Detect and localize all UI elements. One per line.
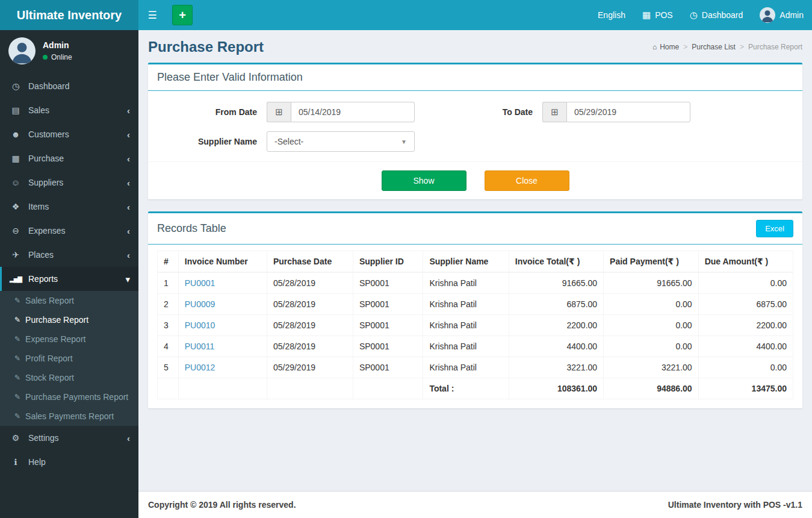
topbar: Ultimate Inventory ☰ + English ▦ POS ◷ D… (0, 0, 812, 30)
to-date-input[interactable] (566, 102, 690, 122)
sidebar-toggle-button[interactable]: ☰ (138, 0, 166, 30)
table-row: 4 PU0011 05/28/2019 SP0001 Krishna Patil… (158, 336, 793, 357)
breadcrumb-purchase-list-link[interactable]: Purchase List (692, 43, 736, 51)
cell-index: 3 (158, 315, 179, 336)
edit-icon: ✎ (14, 412, 20, 420)
menu-label: Settings (28, 433, 59, 443)
language-menu[interactable]: English (589, 0, 634, 30)
paper-plane-icon: ✈ (9, 250, 22, 260)
sidebar-item-places[interactable]: ✈ Places ‹ (0, 243, 138, 267)
user-label: Admin (779, 10, 804, 20)
sidebar-item-items[interactable]: ❖ Items ‹ (0, 195, 138, 219)
sidebar-item-suppliers[interactable]: ☺ Suppliers ‹ (0, 170, 138, 195)
breadcrumb-home-link[interactable]: ⌂ Home (652, 43, 679, 51)
sidebar-item-sales-report[interactable]: ✎ Sales Report (0, 291, 138, 310)
sidebar-item-expense-report[interactable]: ✎ Expense Report (0, 329, 138, 349)
cell-purchase-date: 05/29/2019 (267, 357, 353, 378)
submenu-label: Purchase Report (25, 315, 88, 325)
excel-export-button[interactable]: Excel (756, 220, 793, 237)
records-card-title: Records Table (157, 222, 226, 235)
sidebar-item-dashboard[interactable]: ◷ Dashboard (0, 74, 138, 98)
sidebar-item-profit-report[interactable]: ✎ Profit Report (0, 349, 138, 368)
cell-empty (158, 378, 179, 399)
sidebar-item-stock-report[interactable]: ✎ Stock Report (0, 368, 138, 387)
menu-label: Dashboard (28, 81, 70, 91)
home-icon: ⌂ (652, 43, 657, 51)
calculator-icon: ▦ (642, 10, 651, 20)
cell-index: 2 (158, 294, 179, 315)
sidebar-item-help[interactable]: ℹ Help (0, 450, 138, 474)
from-date-input[interactable] (291, 102, 415, 122)
to-date-label: To Date (415, 107, 542, 117)
sidebar-item-sales[interactable]: ▤ Sales ‹ (0, 98, 138, 122)
show-button[interactable]: Show (382, 170, 466, 191)
filter-card: Please Enter Valid Information From Date… (148, 63, 802, 199)
invoice-link[interactable]: PU0011 (185, 342, 215, 351)
sidebar-item-reports[interactable]: ▂▅▇ Reports ▾ (0, 267, 138, 291)
sidebar-item-expenses[interactable]: ⊖ Expenses ‹ (0, 219, 138, 243)
cell-paid-payment: 91665.00 (604, 272, 699, 294)
hamburger-icon: ☰ (147, 9, 157, 22)
online-indicator (43, 55, 48, 60)
invoice-link[interactable]: PU0012 (185, 363, 215, 372)
cell-empty (178, 378, 267, 399)
pos-label: POS (655, 10, 673, 20)
user-menu[interactable]: Admin (751, 0, 812, 30)
cell-invoice-number: PU0011 (178, 336, 267, 357)
language-label: English (598, 10, 625, 20)
supplier-select[interactable]: -Select- ▼ (267, 131, 415, 152)
cell-supplier-id: SP0001 (353, 272, 423, 294)
submenu-label: Profit Report (25, 354, 73, 363)
user-status: Online (43, 53, 72, 61)
records-card: Records Table Excel # Invoice Number Pur… (148, 211, 802, 408)
submenu-label: Sales Payments Report (25, 411, 114, 421)
filter-card-header: Please Enter Valid Information (148, 64, 802, 91)
sidebar-item-customers[interactable]: ☻ Customers ‹ (0, 122, 138, 146)
edit-icon: ✎ (14, 335, 20, 343)
chevron-down-icon: ▼ (401, 139, 407, 145)
records-table: # Invoice Number Purchase Date Supplier … (157, 251, 793, 399)
breadcrumb: ⌂ Home > Purchase List > Purchase Report (652, 43, 802, 51)
sidebar-item-sales-payments-report[interactable]: ✎ Sales Payments Report (0, 407, 138, 426)
users-icon: ☻ (9, 130, 22, 139)
cell-purchase-date: 05/28/2019 (267, 272, 353, 294)
gear-icon: ⚙ (9, 433, 22, 443)
sidebar-item-purchase-report[interactable]: ✎ Purchase Report (0, 310, 138, 329)
cell-due-amount: 4400.00 (698, 336, 793, 357)
sidebar: Admin Online ◷ Dashboard ▤ Sales ‹ ☻ Cus… (0, 30, 138, 518)
sidebar-menu: ◷ Dashboard ▤ Sales ‹ ☻ Customers ‹ ▦ Pu… (0, 74, 138, 474)
pos-link[interactable]: ▦ POS (634, 0, 681, 30)
breadcrumb-separator: > (740, 43, 744, 51)
close-button[interactable]: Close (485, 170, 569, 191)
cell-purchase-date: 05/28/2019 (267, 315, 353, 336)
table-total-row: Total : 108361.00 94886.00 13475.00 (158, 378, 793, 399)
grid-icon: ▦ (9, 154, 22, 163)
dashboard-link[interactable]: ◷ Dashboard (681, 0, 752, 30)
col-header-index: # (158, 251, 179, 273)
cell-invoice-total: 4400.00 (509, 336, 603, 357)
sidebar-item-settings[interactable]: ⚙ Settings ‹ (0, 426, 138, 450)
user-panel: Admin Online (0, 30, 138, 72)
cell-supplier-name: Krishna Patil (423, 315, 509, 336)
cell-due-amount: 6875.00 (698, 294, 793, 315)
chevron-down-icon: ▾ (125, 275, 130, 284)
add-button[interactable]: + (172, 5, 193, 25)
status-label: Online (51, 53, 72, 61)
table-header-row: # Invoice Number Purchase Date Supplier … (158, 251, 793, 273)
brand-logo[interactable]: Ultimate Inventory (0, 0, 138, 30)
edit-icon: ✎ (14, 393, 20, 401)
sidebar-item-purchase-payments-report[interactable]: ✎ Purchase Payments Report (0, 387, 138, 407)
menu-label: Sales (28, 105, 49, 115)
invoice-link[interactable]: PU0010 (185, 320, 215, 330)
menu-label: Expenses (28, 226, 65, 236)
cell-index: 4 (158, 336, 179, 357)
cell-empty (267, 378, 353, 399)
invoice-link[interactable]: PU0001 (185, 278, 215, 288)
calendar-icon: ⊞ (267, 102, 291, 122)
table-row: 2 PU0009 05/28/2019 SP0001 Krishna Patil… (158, 294, 793, 315)
invoice-link[interactable]: PU0009 (185, 299, 215, 309)
total-due-amount: 13475.00 (698, 378, 793, 399)
menu-label: Reports (28, 274, 58, 284)
sidebar-item-purchase[interactable]: ▦ Purchase ‹ (0, 146, 138, 170)
cell-supplier-name: Krishna Patil (423, 272, 509, 294)
